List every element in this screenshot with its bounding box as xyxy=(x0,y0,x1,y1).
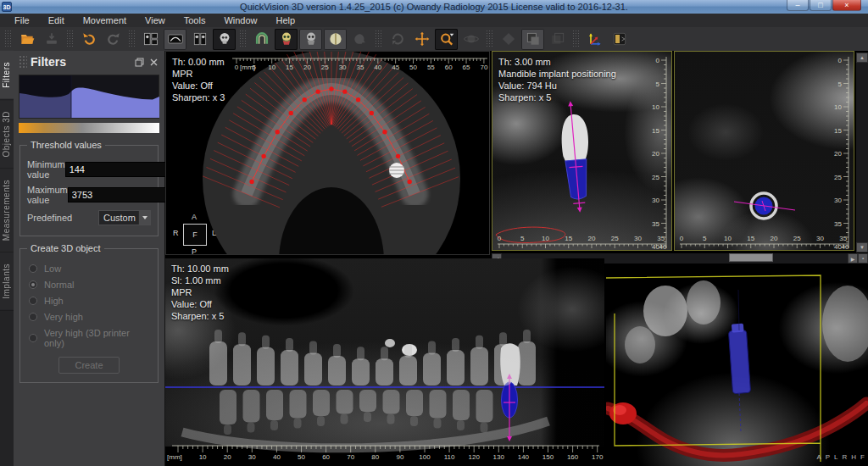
info-line: Mandible implant positioning xyxy=(498,68,616,80)
clip-plane-icon xyxy=(500,31,517,47)
sidebar-tab-implants[interactable]: Implants xyxy=(0,252,14,311)
svg-text:70: 70 xyxy=(480,64,487,71)
axial-viewport[interactable]: 0510152025303540455055606570[mm] Th: 0.0… xyxy=(165,51,490,255)
svg-text:20: 20 xyxy=(303,64,311,71)
dental-arch-button[interactable] xyxy=(250,29,273,50)
maximize-button[interactable]: □ xyxy=(810,0,832,11)
menu-window[interactable]: Window xyxy=(214,14,266,26)
quality-radio-very-high-3d-printer-only-[interactable]: Very high (3D printer only) xyxy=(29,328,149,348)
zoom-button[interactable] xyxy=(435,29,458,50)
dental-arch-icon xyxy=(253,31,270,47)
layout-dual-slice-button[interactable] xyxy=(188,29,211,50)
title-bar: 3D QuickVision 3D version 1.4.25_2015 (c… xyxy=(0,0,868,14)
implant-site-marker[interactable] xyxy=(389,163,404,178)
menu-view[interactable]: View xyxy=(136,14,175,26)
pan-button[interactable] xyxy=(410,29,433,50)
float-panel-icon[interactable] xyxy=(134,57,145,68)
volume-3d-color-button[interactable] xyxy=(275,29,298,50)
quality-radio-very-high[interactable]: Very high xyxy=(29,312,149,322)
svg-text:150: 150 xyxy=(542,453,554,461)
scroll-right-icon[interactable]: ▶ xyxy=(848,253,858,264)
redo-button[interactable] xyxy=(102,29,125,50)
svg-text:15: 15 xyxy=(652,127,659,135)
report-panel-button[interactable] xyxy=(608,29,631,50)
clip-slab-button[interactable] xyxy=(546,29,569,50)
info-line: MPR xyxy=(171,286,229,298)
minimize-button[interactable]: – xyxy=(787,0,809,11)
info-line: Value: Off xyxy=(171,298,229,310)
clip-box-button[interactable] xyxy=(521,29,544,50)
layout-mpr-button[interactable] xyxy=(139,29,162,50)
clip-sphere-icon xyxy=(327,31,344,47)
orientation-cube[interactable]: F xyxy=(183,224,207,246)
close-button[interactable]: × xyxy=(832,0,861,11)
histogram[interactable] xyxy=(19,75,159,119)
toolbar-group-separator xyxy=(572,30,580,48)
orientation-letter: A xyxy=(192,213,197,221)
sidebar-tab-measurements[interactable]: Measurements xyxy=(0,169,14,252)
menu-file[interactable]: File xyxy=(5,14,39,26)
quality-radio-list: LowNormalHighVery highVery high (3D prin… xyxy=(24,264,154,348)
open-project-button[interactable] xyxy=(15,29,38,50)
menu-bar: FileEditMovementViewToolsWindowHelp xyxy=(0,14,868,27)
toolbar-group-separator xyxy=(66,30,74,48)
orientation-letter: F xyxy=(860,453,865,461)
scroll-corner-button[interactable]: ▪ xyxy=(858,253,868,264)
volume-3d-gray-button[interactable] xyxy=(299,29,322,50)
implant-graphic[interactable] xyxy=(558,100,594,214)
close-panel-icon[interactable] xyxy=(148,57,159,68)
scroll-up-icon[interactable]: ▲ xyxy=(856,53,868,63)
rotate-button[interactable] xyxy=(386,29,409,50)
panel-drag-grip[interactable] xyxy=(19,55,27,69)
menu-help[interactable]: Help xyxy=(267,14,305,26)
density-gradient-bar xyxy=(19,123,159,133)
cross-section-viewport-2[interactable]: 05101520253035400510152025303540 xyxy=(674,51,854,251)
radio-icon xyxy=(29,280,37,289)
dropdown-arrow-icon[interactable] xyxy=(138,211,150,225)
quality-radio-high[interactable]: High xyxy=(29,296,149,306)
create-button[interactable]: Create xyxy=(58,357,120,374)
cross-section-overlay: 05101520253035400510152025303540 xyxy=(675,52,854,250)
slice-scrollbar-vertical[interactable]: ▲ ▼ xyxy=(856,53,868,252)
slice-info-text: Th: 10.00 mmSl: 1.00 mmMPRValue: OffShar… xyxy=(171,263,229,322)
undo-button[interactable] xyxy=(77,29,100,50)
panoramic-viewport[interactable]: 1020304050607080901001101201301401501601… xyxy=(165,258,604,462)
axes-3d-button[interactable] xyxy=(583,29,606,50)
menu-tools[interactable]: Tools xyxy=(175,14,215,26)
svg-text:10: 10 xyxy=(268,64,275,71)
svg-text:20: 20 xyxy=(834,150,842,158)
svg-text:0: 0 xyxy=(656,57,660,64)
layout-panoramic-button[interactable] xyxy=(164,29,186,50)
svg-text:50: 50 xyxy=(409,64,417,71)
clip-plane-button[interactable] xyxy=(497,29,520,50)
svg-text:25: 25 xyxy=(321,64,329,71)
cross-section-viewport[interactable]: 05101520253035400510152025303540 Th: 3.0… xyxy=(492,51,672,251)
predefined-dropdown[interactable]: Custom xyxy=(98,210,151,225)
implant-3d[interactable] xyxy=(728,323,751,393)
layout-ceph-button[interactable] xyxy=(213,29,236,50)
radio-icon xyxy=(29,334,37,342)
sidebar-tab-filters[interactable]: Filters xyxy=(0,51,14,100)
quality-radio-normal[interactable]: Normal xyxy=(29,280,149,290)
menu-movement[interactable]: Movement xyxy=(74,14,136,26)
radio-label: Normal xyxy=(44,280,74,290)
skull-profile-button[interactable] xyxy=(348,29,371,50)
quality-radio-low[interactable]: Low xyxy=(29,264,149,274)
radio-label: Very high (3D printer only) xyxy=(44,328,149,348)
orbit-3d-button[interactable] xyxy=(459,29,482,50)
import-image-button[interactable] xyxy=(40,29,63,50)
menu-edit[interactable]: Edit xyxy=(39,14,74,26)
sidebar-tab-objects-3d[interactable]: Objects 3D xyxy=(0,100,14,169)
scroll-thumb[interactable] xyxy=(729,253,773,262)
scroll-track[interactable] xyxy=(856,63,868,242)
panel-title: Filters xyxy=(31,55,131,69)
svg-text:0: 0 xyxy=(498,235,502,242)
layout-ceph-icon xyxy=(216,31,233,47)
render3d-viewport[interactable]: APLRHF xyxy=(606,264,868,466)
predefined-value: Custom xyxy=(99,213,138,223)
scroll-down-icon[interactable]: ▼ xyxy=(856,242,868,252)
volume-3d-color-icon xyxy=(278,31,295,47)
svg-text:20: 20 xyxy=(588,235,596,242)
clip-sphere-button[interactable] xyxy=(324,29,347,50)
info-line: Sl: 1.00 mm xyxy=(171,275,229,286)
